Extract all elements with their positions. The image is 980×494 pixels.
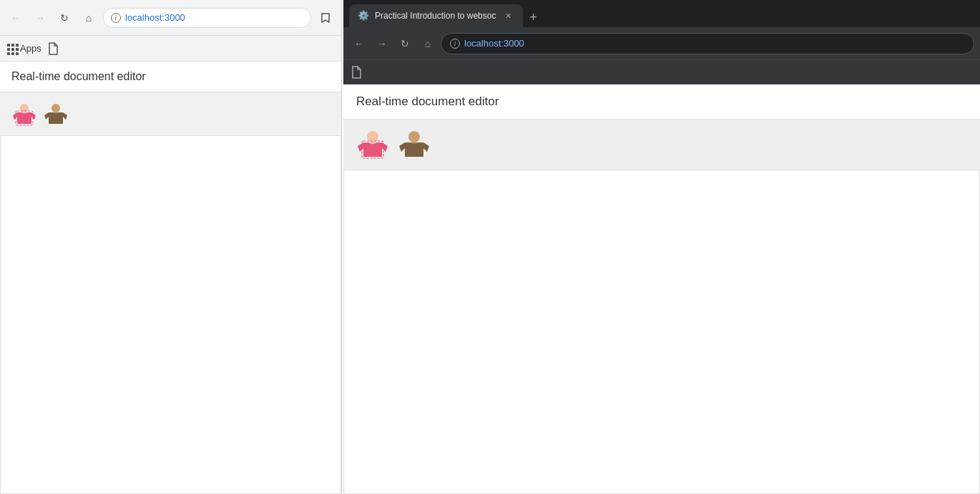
bookmark-page-button-left[interactable] <box>315 8 335 28</box>
bookmarks-bar-right <box>343 60 980 84</box>
svg-marker-1 <box>13 112 17 120</box>
page-content-left: Real-time document editor <box>0 62 341 494</box>
apps-label: Apps <box>20 43 41 54</box>
bookmark-file-icon-left[interactable] <box>47 42 59 55</box>
reload-button-left[interactable]: ↻ <box>54 8 74 28</box>
svg-marker-16 <box>423 142 429 152</box>
address-bar-left[interactable]: i localhost:3000 <box>103 8 311 28</box>
svg-rect-5 <box>49 112 63 124</box>
page-header-left: Real-time document editor <box>0 62 341 92</box>
avatars-bar-left <box>0 92 341 135</box>
right-toolbar: ← → ↻ ⌂ i localhost:3000 <box>343 27 980 60</box>
info-letter: i <box>115 14 117 21</box>
address-bar-right[interactable]: i localhost:3000 <box>441 33 974 54</box>
svg-rect-0 <box>17 112 31 124</box>
avatar-pink-icon-right <box>356 128 389 161</box>
url-left: localhost:3000 <box>125 12 185 23</box>
svg-marker-7 <box>63 112 67 120</box>
avatar-pink-icon <box>11 101 37 127</box>
back-button-left[interactable]: ← <box>6 8 26 28</box>
active-tab-right[interactable]: ⚙️ Practical Introduction to websoc ✕ <box>349 4 523 27</box>
reload-button-right[interactable]: ↻ <box>395 34 415 54</box>
editor-area-left[interactable] <box>0 135 341 494</box>
tab-title-right: Practical Introduction to websoc <box>375 11 496 21</box>
avatar-user1-right <box>356 128 389 161</box>
svg-point-17 <box>408 131 420 142</box>
url-right: localhost:3000 <box>464 38 524 49</box>
avatars-bar-right <box>343 120 980 170</box>
forward-button-left[interactable]: → <box>30 8 50 28</box>
file-icon-right <box>351 66 362 79</box>
svg-marker-10 <box>358 142 363 152</box>
page-content-right: Real-time document editor <box>343 84 980 494</box>
new-tab-button[interactable]: + <box>523 7 543 27</box>
page-title-left: Real-time document editor <box>11 70 146 82</box>
home-button-left[interactable]: ⌂ <box>79 8 99 28</box>
svg-marker-2 <box>31 112 36 120</box>
bookmark-star-icon <box>320 12 331 24</box>
svg-marker-15 <box>399 142 405 152</box>
svg-rect-9 <box>363 142 382 157</box>
browser-left: ← → ↻ ⌂ i localhost:3000 Apps <box>0 0 342 494</box>
grid-icon <box>7 44 17 54</box>
bookmark-file-icon-right[interactable] <box>351 66 362 79</box>
back-button-right[interactable]: ← <box>349 34 369 54</box>
avatar-brown-icon <box>43 101 69 127</box>
avatar-user2-left <box>43 101 69 127</box>
tab-favicon-right: ⚙️ <box>358 10 369 21</box>
apps-bookmark[interactable]: Apps <box>7 43 41 54</box>
svg-point-8 <box>52 104 60 112</box>
tab-close-button[interactable]: ✕ <box>501 9 514 22</box>
security-icon-left: i <box>111 13 121 23</box>
home-button-right[interactable]: ⌂ <box>418 34 438 54</box>
svg-rect-14 <box>405 142 423 157</box>
bookmarks-bar-left: Apps <box>0 36 341 62</box>
page-header-right: Real-time document editor <box>343 84 980 120</box>
tab-bar-right: ⚙️ Practical Introduction to websoc ✕ + <box>343 0 980 27</box>
avatar-user1-left <box>11 101 37 127</box>
editor-area-right[interactable] <box>343 170 980 494</box>
security-icon-right: i <box>450 39 460 49</box>
svg-marker-11 <box>382 142 388 152</box>
file-icon-left <box>47 42 59 55</box>
left-toolbar: ← → ↻ ⌂ i localhost:3000 <box>0 0 341 36</box>
avatar-user2-right <box>398 128 431 161</box>
browser-right: ⚙️ Practical Introduction to websoc ✕ + … <box>343 0 980 494</box>
avatar-brown-icon-right <box>398 128 431 161</box>
svg-marker-6 <box>44 112 49 120</box>
page-title-right: Real-time document editor <box>356 95 499 108</box>
forward-button-right[interactable]: → <box>372 34 392 54</box>
